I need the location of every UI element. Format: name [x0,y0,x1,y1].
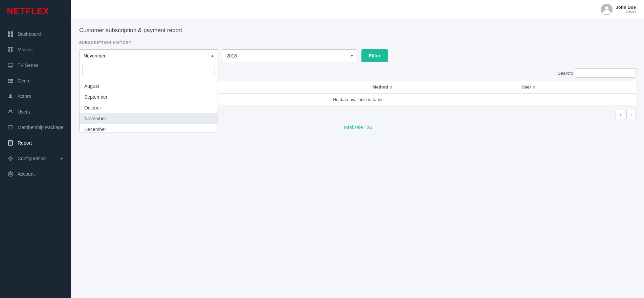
topbar-username: John Doe [616,5,636,10]
dropdown-search-container [80,62,218,78]
next-page-button[interactable]: › [626,110,636,119]
sidebar-item-actors[interactable]: Actors [0,89,71,104]
sidebar-label-actors: Actors [18,94,31,99]
dropdown-search-input[interactable] [82,65,215,75]
svg-rect-11 [8,63,13,67]
dropdown-list: JanuaryFebruaryMarchAprilMayJuneJulyAugu… [80,78,218,132]
configuration-arrow-icon: ► [60,156,64,160]
month-select-wrapper: November ▲ JanuaryFebruaryMarchAprilMayJ… [79,49,218,62]
svg-rect-15 [9,79,13,80]
filter-row: November ▲ JanuaryFebruaryMarchAprilMayJ… [79,49,636,62]
search-input[interactable] [575,68,636,78]
dropdown-item-july[interactable]: July [80,78,218,81]
report-icon [7,140,14,146]
avatar [601,4,613,15]
sidebar-label-account: Account [18,171,35,177]
sidebar-item-account[interactable]: Account [0,166,71,182]
sidebar-nav: Dashboard Movies TV Series Genre Actors [0,23,71,298]
svg-rect-1 [11,31,13,34]
search-box: Search: [558,68,636,78]
logo: NETFLEX [0,0,71,23]
svg-rect-2 [8,34,10,37]
sidebar-item-tv-series[interactable]: TV Series [0,57,71,73]
sidebar-label-tv-series: TV Series [18,63,38,68]
sidebar-item-movies[interactable]: Movies [0,42,71,57]
svg-rect-3 [11,34,13,37]
dropdown-item-october[interactable]: October [80,102,218,113]
sidebar-item-genre[interactable]: Genre [0,73,71,89]
month-selected-value: November [84,53,106,58]
grid-icon [7,31,14,37]
year-select-wrapper: 201520162017201820192020 ▼ [222,49,357,62]
page-content: Customer subscription & payment report S… [71,19,644,298]
topbar-role: Admin [625,10,636,14]
svg-point-22 [10,110,12,112]
svg-rect-19 [9,82,13,83]
sidebar-label-movies: Movies [18,47,32,52]
person-icon [7,93,14,99]
month-select-display[interactable]: November [79,49,218,62]
sort-icon: ⇵ [390,85,392,89]
svg-rect-4 [8,47,13,52]
svg-point-21 [9,110,10,112]
svg-point-29 [10,158,12,159]
section-label: SUBSCRIPTION HISTORY [79,41,636,45]
dropdown-item-december[interactable]: December [80,124,218,132]
svg-rect-18 [8,82,9,83]
search-label: Search: [558,71,573,76]
dropdown-item-september[interactable]: September [80,92,218,102]
year-select[interactable]: 201520162017201820192020 [222,49,357,62]
prev-page-button[interactable]: ‹ [616,110,625,119]
month-dropdown: JanuaryFebruaryMarchAprilMayJuneJulyAugu… [79,62,218,132]
pagination-buttons: ‹ › [616,110,636,119]
credit-card-icon [7,124,14,130]
config-icon [7,155,14,162]
dropdown-item-november[interactable]: November [80,113,218,124]
sidebar-item-users[interactable]: Users [0,104,71,120]
svg-rect-23 [8,126,13,129]
col-header-user[interactable]: User⇵ [517,81,636,93]
page-title: Customer subscription & payment report [79,27,636,34]
svg-point-31 [10,173,12,174]
svg-rect-16 [8,80,9,81]
sidebar: NETFLEX Dashboard Movies TV Series Genre [0,0,71,298]
sidebar-item-dashboard[interactable]: Dashboard [0,26,71,42]
topbar-userinfo: John Doe Admin [616,5,636,14]
sort-icon: ⇵ [533,85,535,89]
svg-rect-0 [8,31,10,34]
users-icon [7,109,14,115]
sidebar-item-report[interactable]: Report [0,135,71,151]
svg-point-33 [605,6,608,10]
topbar: John Doe Admin [71,0,644,19]
filter-button[interactable]: Filter [361,49,388,62]
account-icon [7,171,14,177]
main-content: John Doe Admin Customer subscription & p… [71,0,644,298]
dropdown-item-august[interactable]: August [80,81,218,92]
sidebar-label-dashboard: Dashboard [18,31,41,37]
topbar-user: John Doe Admin [601,4,636,15]
sidebar-label-report: Report [18,140,32,146]
tv-icon [7,62,14,68]
list-icon [7,78,14,84]
sidebar-item-membership[interactable]: Membership Package [0,120,71,135]
sidebar-item-configuration[interactable]: Configuration ► [0,151,71,166]
svg-rect-17 [9,80,13,81]
sidebar-label-membership: Membership Package [18,125,63,130]
svg-rect-14 [8,79,9,80]
svg-point-20 [9,94,12,96]
film-icon [7,47,14,53]
col-header-method[interactable]: Method⇵ [368,81,517,93]
sidebar-label-users: Users [18,109,30,115]
sidebar-label-configuration: Configuration [18,156,46,161]
sidebar-label-genre: Genre [18,78,31,83]
